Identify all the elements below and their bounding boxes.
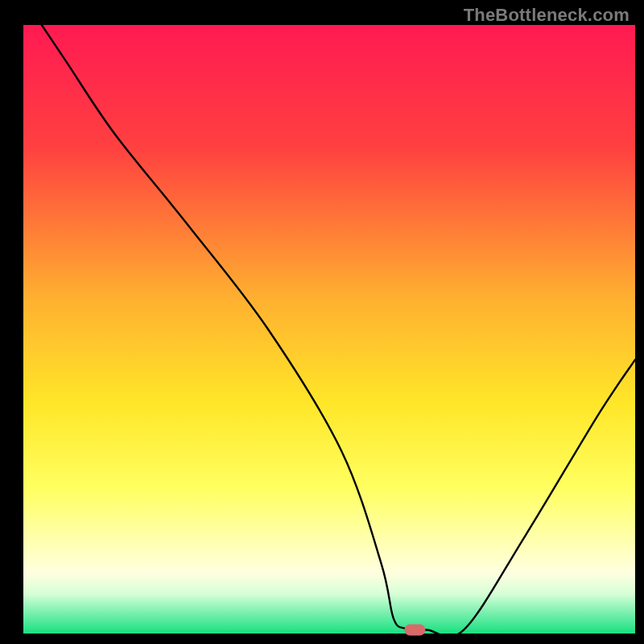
chart-container: TheBottleneck.com (0, 0, 644, 644)
bottleneck-chart (0, 0, 644, 644)
optimal-marker (404, 624, 425, 635)
chart-background (23, 25, 635, 634)
watermark-text: TheBottleneck.com (464, 5, 630, 26)
